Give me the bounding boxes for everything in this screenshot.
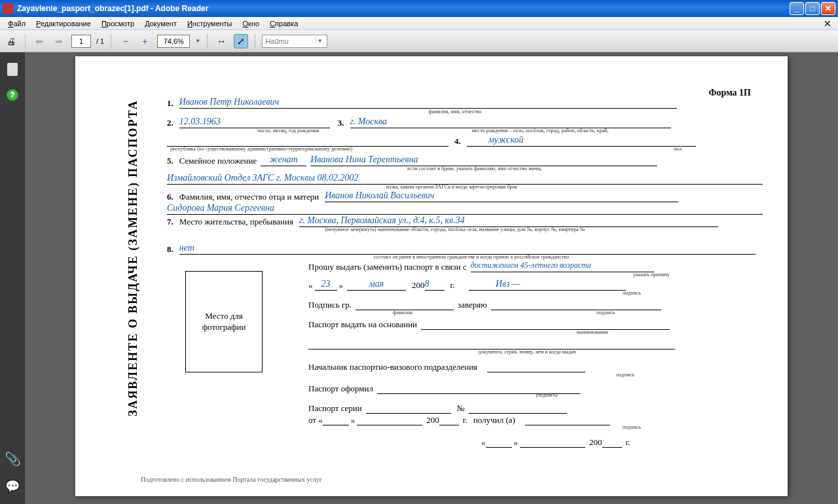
print-icon[interactable]: 🖨	[4, 34, 18, 48]
find-box[interactable]: ▼	[262, 35, 327, 48]
hint-addr: (ненужное зачеркнуть) наименование облас…	[265, 226, 645, 232]
page-total: / 1	[96, 37, 104, 45]
hint-prevcit: состоял ли ранее в иностранном гражданст…	[324, 254, 619, 260]
pages-panel-icon[interactable]	[7, 63, 18, 76]
hint-fio: фамилия, имя, отчество	[390, 109, 520, 115]
hint-rep: республика (по существовавшему администр…	[170, 146, 432, 152]
pdf-page: Форма 1П ЗАЯВЛЕНТЕ О ВЫДАЧЕ (ЗАМЕНЕ) ПАС…	[75, 56, 788, 496]
comments-icon[interactable]: 💬	[5, 479, 20, 494]
close-button[interactable]: ✕	[821, 2, 835, 15]
hint-docinfo: документа, серия, номер, кем и когда выд…	[442, 349, 612, 355]
fit-page-icon[interactable]: ⤢	[234, 34, 248, 48]
page-input[interactable]	[71, 35, 91, 48]
field-7-num: 7.	[167, 217, 173, 226]
hint-surname: фамилия	[376, 310, 429, 315]
find-input[interactable]	[263, 37, 315, 45]
hint-zags: мужа, каким органом ЗАГСа и когда зареги…	[337, 184, 566, 190]
field-2-num: 2.	[167, 118, 173, 128]
field-6-num: 6.	[167, 192, 173, 202]
menu-file[interactable]: Файл	[3, 18, 31, 29]
hint-pob: место рождения – село, посёлок, город, р…	[422, 128, 658, 134]
doc-footer: Подготовлено с использованием Портала го…	[141, 476, 322, 483]
vertical-title: ЗАЯВЛЕНТЕ О ВЫДАЧЕ (ЗАМЕНЕ) ПАСПОРТА	[126, 52, 140, 141]
hint-sex: пол	[651, 146, 704, 152]
maximize-button[interactable]: □	[805, 2, 820, 15]
label-recv: получил (а)	[473, 415, 515, 425]
field-father: Иванов Николай Васильевич	[325, 190, 547, 202]
prev-page-icon[interactable]: ⬅	[32, 34, 46, 48]
minimize-button[interactable]: _	[790, 2, 804, 15]
field-pob: г. Москва	[350, 117, 429, 128]
label-sig: Подпись гр.	[308, 300, 352, 310]
field-signature: Ивз —	[469, 279, 547, 291]
label-from: от «	[308, 415, 323, 425]
app-icon	[3, 3, 13, 14]
field-spouse: Иванова Нина Терентьевна	[310, 154, 520, 166]
field-zags: Измайловский Отдел ЗАГС г. Москвы 08.02.…	[167, 173, 520, 185]
fit-width-icon[interactable]: ↔	[214, 34, 228, 48]
menu-edit[interactable]: Редактирование	[31, 18, 96, 29]
label-cert: заверяю	[458, 300, 487, 310]
field-prevcit: нет	[179, 243, 219, 255]
window-title: Zayavlenie_pasport_obrazec[1].pdf - Adob…	[17, 4, 790, 13]
zoom-input[interactable]	[157, 35, 190, 48]
window-titlebar: Zayavlenie_pasport_obrazec[1].pdf - Adob…	[0, 0, 838, 17]
label-numsign: №	[457, 403, 465, 413]
hint-sign3: подпись	[599, 372, 651, 378]
field-4-num: 4.	[454, 136, 461, 146]
label-chief: Начальник паспортно-визового подразделен…	[308, 362, 477, 372]
field-reason: достижением 45-летнего возраста	[471, 261, 654, 272]
menu-tools[interactable]: Инструменты	[182, 18, 238, 29]
hint-basis: наименование	[553, 329, 632, 335]
toolbar: 🖨 ⬅ ➡ / 1 − + ▼ ↔ ⤢ ▼	[0, 30, 838, 52]
field-dob: 12.03.1963	[179, 117, 330, 128]
zoom-out-icon[interactable]: −	[118, 34, 132, 48]
label-series: Паспорт серии	[308, 403, 362, 413]
field-marital: женат	[261, 154, 306, 166]
label-issued: Паспорт оформил	[308, 384, 373, 393]
field-3-num: 3.	[338, 118, 344, 128]
hint-sig-paren: (подпись)	[520, 392, 573, 398]
menu-close-icon[interactable]: ✕	[820, 18, 835, 29]
find-dropdown-icon[interactable]: ▼	[315, 38, 324, 44]
menu-window[interactable]: Окно	[238, 18, 265, 29]
photo-box: Место для фотографии	[185, 271, 263, 372]
label-marital: Семейное положение	[179, 156, 257, 166]
label-parents: Фамилия, имя, отчество отца и матери	[179, 192, 319, 202]
document-area[interactable]: Форма 1П ЗАЯВЛЕНТЕ О ВЫДАЧЕ (ЗАМЕНЕ) ПАС…	[25, 52, 838, 504]
menu-document[interactable]: Документ	[139, 18, 182, 29]
field-year: 8	[425, 279, 445, 291]
hint-dob: число, месяц, год рождения	[232, 128, 344, 134]
attachments-icon[interactable]: 📎	[5, 452, 20, 466]
hint-sign4: подпись	[606, 424, 658, 430]
sidebar: ? 📎 💬	[0, 52, 25, 504]
field-1-num: 1.	[167, 98, 173, 108]
field-sex: мужской	[467, 135, 545, 147]
menu-help[interactable]: Справка	[264, 18, 303, 29]
label-request: Прошу выдать (заменить) паспорт в связи …	[308, 262, 467, 272]
hint-sign2: подпись	[579, 310, 632, 315]
field-day: 23	[315, 279, 337, 291]
zoom-dropdown-icon[interactable]: ▼	[195, 38, 200, 44]
hint-spouse: если состоит в браке, указать фамилию, и…	[363, 166, 586, 171]
field-addr: г. Москва, Первомайская ул., д.4, к.5, к…	[299, 215, 613, 227]
field-8-num: 8.	[167, 244, 173, 254]
next-page-icon[interactable]: ➡	[52, 34, 66, 48]
help-panel-icon[interactable]: ?	[7, 89, 18, 101]
label-addr: Место жительства, пребывания	[179, 217, 293, 226]
field-month: мая	[347, 279, 406, 291]
menubar: Файл Редактирование Просмотр Документ Ин…	[0, 17, 838, 30]
hint-reason: указать причину	[612, 272, 691, 278]
field-fio: Иванов Петр Николаевич	[179, 97, 389, 109]
menu-view[interactable]: Просмотр	[96, 18, 139, 29]
zoom-in-icon[interactable]: +	[137, 34, 152, 48]
hint-sign1: подпись	[599, 290, 665, 296]
field-mother: Сидорова Мария Сергеевна	[167, 203, 363, 215]
label-basis: Паспорт выдать на основании	[308, 319, 417, 329]
field-5-num: 5.	[167, 156, 173, 166]
